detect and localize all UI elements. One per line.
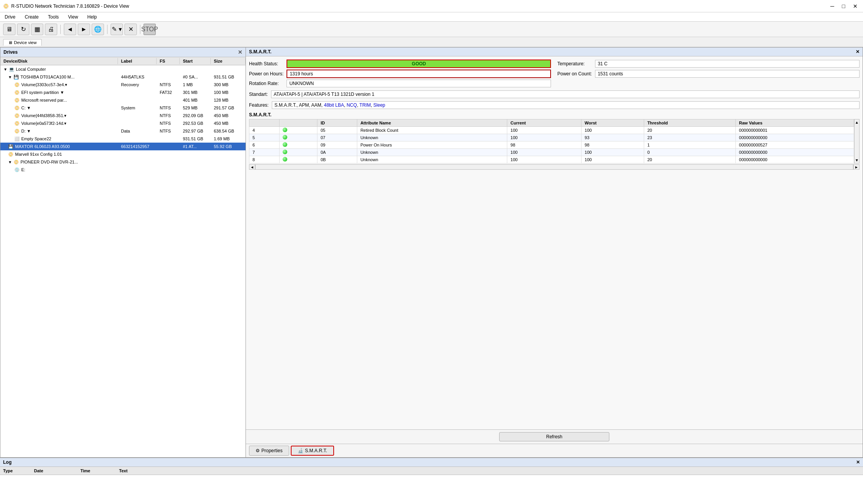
drive-row-local-computer[interactable]: ▼ 💻 Local Computer xyxy=(0,65,246,73)
th-id: ID xyxy=(317,119,357,127)
count-value: 1531 counts xyxy=(595,70,860,78)
count-label: Power on Count: xyxy=(554,71,592,77)
row-attr-name: Unknown xyxy=(357,149,507,156)
drives-list[interactable]: ▼ 💻 Local Computer ▼ 💾 TOSHIBA DT01ACA10… xyxy=(0,65,246,457)
row-id: 05 xyxy=(317,127,357,134)
features-value: S.M.A.R.T., APM, AAM, 48bit LBA, NCQ, TR… xyxy=(272,101,860,109)
smart-close-button[interactable]: ✕ xyxy=(856,49,860,54)
row-num: 7 xyxy=(249,149,280,156)
maximize-button[interactable]: □ xyxy=(840,2,848,10)
drives-title: Drives xyxy=(3,49,18,55)
drive-name-d: 📀 D: ▼ xyxy=(0,128,118,134)
row-threshold: 20 xyxy=(644,127,736,134)
log-columns: Type Date Time Text xyxy=(0,467,863,475)
drive-row-volume-e0a[interactable]: 📀 Volume{e0a573f2-14d.▾ NTFS 292.53 GB 4… xyxy=(0,119,246,127)
health-label: Health Status: xyxy=(249,61,283,66)
row-status-dot xyxy=(280,134,317,141)
drive-row-efi[interactable]: 📀 EFI system partition ▼ FAT32 301 MB 10… xyxy=(0,89,246,96)
smart-content: Health Status: GOOD Temperature: 31 C Po… xyxy=(246,56,863,429)
row-status-dot xyxy=(280,149,317,156)
row-id: 0B xyxy=(317,156,357,163)
drive-row-empty-space[interactable]: ⬜ Empty Space22 931.51 GB 1.69 MB xyxy=(0,135,246,143)
menu-view[interactable]: View xyxy=(67,14,80,20)
menu-drive[interactable]: Drive xyxy=(3,14,17,20)
smart-info-grid: Health Status: GOOD Temperature: 31 C Po… xyxy=(249,60,860,87)
smart-tab-label: S.M.A.R.T. xyxy=(305,448,327,453)
drive-row-maxtor[interactable]: 💾 MAXTOR 6L060J3 A93.0500 663214152957 #… xyxy=(0,143,246,150)
row-current: 98 xyxy=(507,141,582,149)
drives-header: Drives ✕ xyxy=(0,48,246,57)
stop-button[interactable]: STOP xyxy=(143,24,156,35)
row-id: 0A xyxy=(317,149,357,156)
drive-name-marvell: 📀 Marvell 91xx Config 1.01 xyxy=(0,152,118,157)
menu-help[interactable]: Help xyxy=(86,14,99,20)
forward-button[interactable]: ► xyxy=(78,24,90,35)
print-button[interactable]: 🖨 xyxy=(45,24,57,35)
th-attr: Attribute Name xyxy=(357,119,507,127)
tabbar: 🖥 Device view xyxy=(0,37,863,47)
log-header: Log ✕ xyxy=(0,458,863,467)
globe-button[interactable]: 🌐 xyxy=(92,24,104,35)
tab-device-view[interactable]: 🖥 Device view xyxy=(3,39,42,46)
back-button[interactable]: ◄ xyxy=(64,24,76,35)
new-button[interactable]: 🖥 xyxy=(3,24,15,35)
rotation-value: UNKNOWN xyxy=(287,80,551,87)
row-worst: 93 xyxy=(582,134,644,141)
log-close-button[interactable]: ✕ xyxy=(856,460,860,465)
drive-row-marvell[interactable]: 📀 Marvell 91xx Config 1.01 xyxy=(0,150,246,158)
drive-row-volume-44fd[interactable]: 📀 Volume{44fd3858-351.▾ NTFS 292.09 GB 4… xyxy=(0,112,246,119)
drive-row-pioneer[interactable]: ▼ 📀 PIONEER DVD-RW DVR-21... xyxy=(0,158,246,166)
drive-name-empty: ⬜ Empty Space22 xyxy=(0,136,118,142)
smart-table-row: 7 0A Unknown 100 100 0 000000000000 xyxy=(249,149,854,156)
panels: Drives ✕ Device/Disk Label FS Start Size… xyxy=(0,47,863,458)
drive-row-toshiba[interactable]: ▼ 💾 TOSHIBA DT01ACA100 M... 44H5ATLKS #0… xyxy=(0,73,246,81)
row-raw: 000000000001 xyxy=(736,127,854,134)
properties-label: Properties xyxy=(261,448,283,453)
grid-button[interactable]: ▦ xyxy=(31,24,43,35)
drive-name-volume-e0a: 📀 Volume{e0a573f2-14d.▾ xyxy=(0,121,118,126)
drive-name-recovery: 📀 Volume{3303cc57-3e4.▾ xyxy=(0,82,118,88)
drives-panel: Drives ✕ Device/Disk Label FS Start Size… xyxy=(0,47,246,458)
tab-smart[interactable]: 🔬 S.M.A.R.T. xyxy=(291,446,334,456)
drive-row-ms-reserved[interactable]: 📀 Microsoft reserved par... 401 MB 128 M… xyxy=(0,96,246,104)
col-size: Size xyxy=(211,58,246,64)
th-raw: Raw Values xyxy=(736,119,854,127)
col-fs: FS xyxy=(157,58,180,64)
drive-name-maxtor: 💾 MAXTOR 6L060J3 A93.0500 xyxy=(0,144,118,150)
drive-row-d[interactable]: 📀 D: ▼ Data NTFS 292.97 GB 638.54 GB xyxy=(0,127,246,135)
drives-close-button[interactable]: ✕ xyxy=(238,49,242,55)
scroll-right-icon[interactable]: ► xyxy=(853,164,860,170)
drive-name-c: 📀 C: ▼ xyxy=(0,105,118,111)
drive-row-c[interactable]: 📀 C: ▼ System NTFS 529 MB 291.57 GB xyxy=(0,104,246,112)
hours-value: 1319 hours xyxy=(287,70,551,78)
th-worst: Worst xyxy=(582,119,644,127)
row-current: 100 xyxy=(507,156,582,163)
drive-name-toshiba: ▼ 💾 TOSHIBA DT01ACA100 M... xyxy=(0,74,118,80)
smart-table-row: 8 0B Unknown 100 100 20 000000000000 xyxy=(249,156,854,163)
drive-name-ms-reserved: 📀 Microsoft reserved par... xyxy=(0,97,118,103)
delete-button[interactable]: ✕ xyxy=(125,24,137,35)
smart-panel-header: S.M.A.R.T. ✕ xyxy=(246,48,863,56)
smart-refresh-button[interactable]: Refresh xyxy=(499,432,609,441)
log-col-text: Text xyxy=(116,468,863,474)
standart-value: ATA/ATAPI-5 | ATA/ATAPI-5 T13 1321D vers… xyxy=(271,90,860,98)
refresh-button[interactable]: ↻ xyxy=(17,24,29,35)
scroll-left-icon[interactable]: ◄ xyxy=(249,164,255,170)
menu-tools[interactable]: Tools xyxy=(46,14,60,20)
toolbar: 🖥 ↻ ▦ 🖨 ◄ ► 🌐 ✎ ▾ ✕ STOP xyxy=(0,22,863,37)
smart-title: S.M.A.R.T. xyxy=(249,49,271,54)
col-label: Label xyxy=(118,58,157,64)
drive-row-volume-recovery[interactable]: 📀 Volume{3303cc57-3e4.▾ Recovery NTFS 1 … xyxy=(0,81,246,89)
features-row: Features: S.M.A.R.T., APM, AAM, 48bit LB… xyxy=(249,101,860,109)
drive-name-e: 💿 E: xyxy=(0,167,118,173)
scroll-up-icon[interactable]: ▲ xyxy=(855,120,859,124)
tab-properties[interactable]: ⚙ Properties xyxy=(249,446,289,456)
drive-row-e[interactable]: 💿 E: xyxy=(0,166,246,174)
minimize-button[interactable]: ─ xyxy=(828,2,837,10)
scroll-down-icon[interactable]: ▼ xyxy=(855,158,859,162)
edit-button[interactable]: ✎ ▾ xyxy=(111,24,123,35)
row-attr-name: Unknown xyxy=(357,134,507,141)
menu-create[interactable]: Create xyxy=(23,14,40,20)
titlebar-left: 📀 R-STUDIO Network Technician 7.8.160829… xyxy=(3,3,129,9)
close-button[interactable]: ✕ xyxy=(851,2,860,10)
